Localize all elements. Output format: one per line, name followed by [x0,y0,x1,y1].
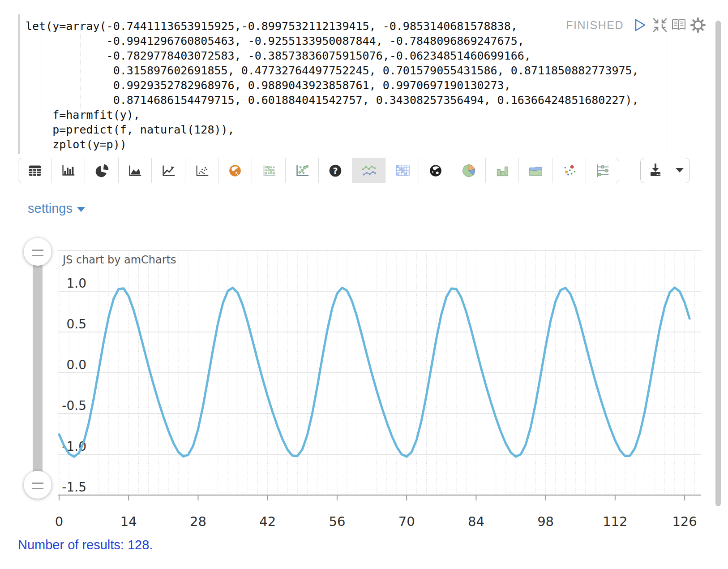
value-axis-zoom-handle-top[interactable] [24,238,51,266]
page-scrollbar-thumb[interactable] [715,21,721,506]
svg-text:56: 56 [329,514,345,529]
drag-handle-icon [32,483,43,489]
value-axis-zoom-track[interactable] [33,252,43,485]
svg-text:84: 84 [468,514,484,529]
svg-text:28: 28 [190,514,206,529]
svg-text:98: 98 [537,514,554,529]
results-count: Number of results: 128. [18,538,153,552]
drag-handle-icon [32,250,43,256]
value-axis-zoom-handle-bottom[interactable] [24,471,51,499]
svg-text:14: 14 [120,514,137,529]
svg-text:42: 42 [259,514,276,529]
svg-text:-1.5: -1.5 [62,480,86,495]
svg-text:1.0: 1.0 [66,276,86,291]
svg-text:0: 0 [55,514,63,529]
svg-text:0.5: 0.5 [66,317,86,332]
svg-text:126: 126 [672,514,697,529]
line-chart-plot: 0142842567084981121261.00.50.0-0.5-1.0-1… [0,0,728,569]
svg-text:-0.5: -0.5 [62,398,86,413]
svg-text:0.0: 0.0 [66,358,86,372]
chart-title: JS chart by amCharts [63,254,176,266]
svg-text:70: 70 [398,514,415,529]
svg-text:112: 112 [603,514,627,529]
